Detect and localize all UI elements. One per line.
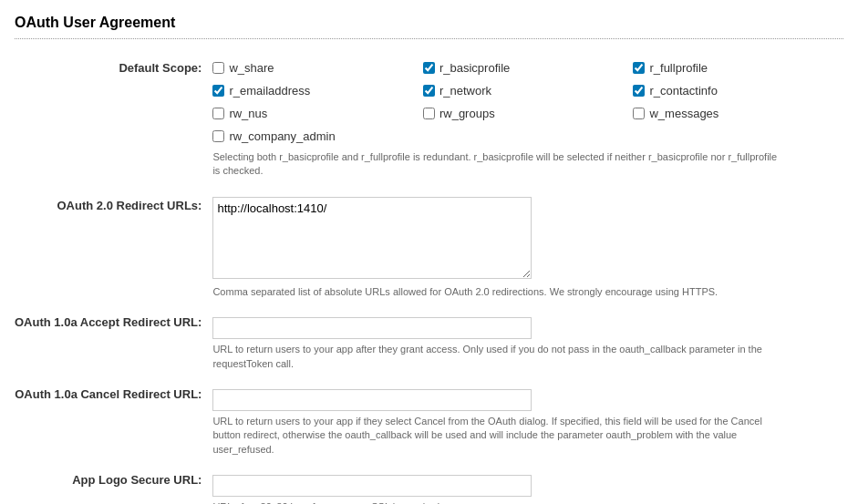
checkbox-r_contactinfo[interactable] [633,85,645,97]
label-w_messages: w_messages [649,107,718,120]
redirect-urls-textarea[interactable]: http://localhost:1410/ [212,197,532,279]
label-r_basicprofile: r_basicprofile [439,61,510,75]
logo-url-input[interactable] [212,475,532,497]
checkbox-r_basicprofile[interactable] [423,62,435,74]
label-r_network: r_network [439,84,491,98]
label-r_emailaddress: r_emailaddress [229,84,310,98]
label-rw_nus: rw_nus [229,107,267,120]
redirect-urls-content: http://localhost:1410/ Comma separated l… [212,191,843,304]
default-scope-info: Selecting both r_basicprofile and r_full… [212,150,778,179]
label-r_fullprofile: r_fullprofile [649,61,708,75]
checkbox-rw_groups[interactable] [423,108,435,119]
accept-redirect-info: URL to return users to your app after th… [212,343,778,371]
checkbox-item-rw_nus: rw_nus [212,105,423,122]
redirect-urls-label: OAuth 2.0 Redirect URLs: [15,191,212,304]
checkbox-r_emailaddress[interactable] [212,85,224,97]
accept-redirect-label: OAuth 1.0a Accept Redirect URL: [15,312,212,376]
default-scope-content: w_share r_basicprofile r_fullprofile r_e… [212,54,843,184]
logo-url-row: App Logo Secure URL: URL of an 80x80 log… [15,469,843,504]
label-r_contactinfo: r_contactinfo [649,84,717,98]
cancel-redirect-label: OAuth 1.0a Cancel Redirect URL: [15,384,212,462]
checkbox-rw_company_admin[interactable] [212,130,224,142]
label-rw_groups: rw_groups [439,107,495,120]
cancel-redirect-input[interactable] [212,389,532,411]
logo-url-content: URL of an 80x80 logo for your app. SSL i… [212,469,843,504]
accept-redirect-content: URL to return users to your app after th… [212,312,843,376]
checkbox-w_messages[interactable] [633,108,645,119]
logo-url-info: URL of an 80x80 logo for your app. SSL i… [212,500,778,504]
logo-url-label: App Logo Secure URL: [15,469,212,504]
default-scope-label: Default Scope: [15,54,212,184]
default-scope-row: Default Scope: w_share r_basicprofile r_… [15,54,843,184]
page-title: OAuth User Agreement [15,15,843,39]
label-rw_company_admin: rw_company_admin [229,129,335,143]
checkbox-item-r_contactinfo: r_contactinfo [633,82,843,99]
cancel-redirect-info: URL to return users to your app if they … [212,415,778,457]
checkbox-item-w_messages: w_messages [633,105,843,122]
cancel-redirect-content: URL to return users to your app if they … [212,384,843,462]
redirect-urls-row: OAuth 2.0 Redirect URLs: http://localhos… [15,191,843,304]
accept-redirect-input[interactable] [212,317,532,339]
checkbox-item-r_network: r_network [423,82,634,99]
accept-redirect-row: OAuth 1.0a Accept Redirect URL: URL to r… [15,312,843,376]
redirect-urls-info: Comma separated list of absolute URLs al… [212,285,778,299]
checkbox-rw_nus[interactable] [212,108,224,119]
oauth-form: Default Scope: w_share r_basicprofile r_… [15,54,843,504]
checkbox-w_share[interactable] [212,62,224,74]
checkbox-item-rw_company_admin: rw_company_admin [212,128,423,145]
checkbox-item-r_emailaddress: r_emailaddress [212,82,423,99]
cancel-redirect-row: OAuth 1.0a Cancel Redirect URL: URL to r… [15,384,843,462]
checkbox-grid: w_share r_basicprofile r_fullprofile r_e… [212,59,843,145]
checkbox-item-r_basicprofile: r_basicprofile [423,59,634,77]
checkbox-item-w_share: w_share [212,59,423,77]
checkbox-item-r_fullprofile: r_fullprofile [633,59,843,77]
checkbox-item-rw_groups: rw_groups [423,105,634,122]
checkbox-r_network[interactable] [423,85,435,97]
label-w_share: w_share [229,61,274,75]
checkbox-r_fullprofile[interactable] [633,62,645,74]
